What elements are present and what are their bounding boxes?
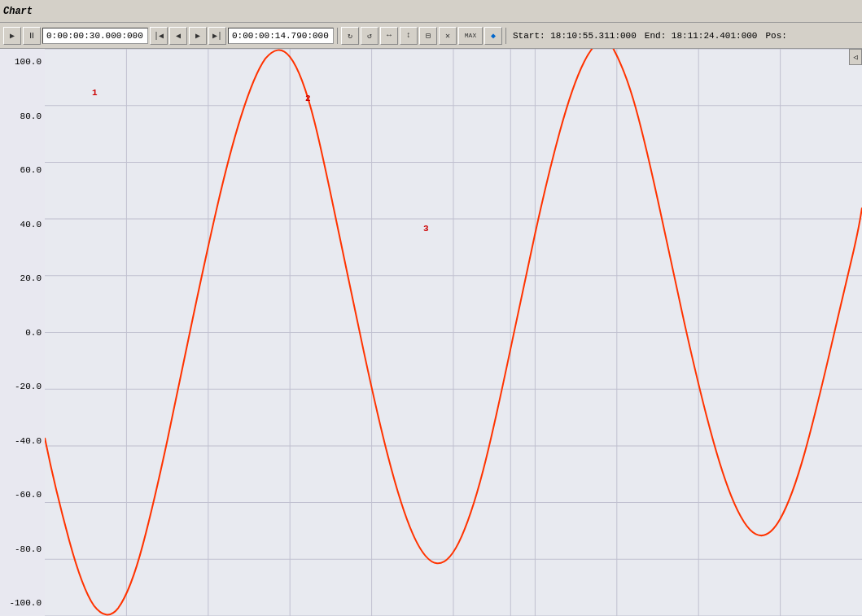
title-text: Chart <box>3 6 33 17</box>
chart-canvas-container[interactable]: 1 2 3 ◁ <box>45 49 862 616</box>
cursor-icon: ✕ <box>445 31 450 41</box>
nav-end-icon: ▶| <box>212 31 222 41</box>
y-label-n80: -80.0 <box>15 544 42 554</box>
y-label-60: 60.0 <box>20 165 42 175</box>
diamond-icon: ◆ <box>491 31 496 41</box>
nav-end-button[interactable]: ▶| <box>208 27 226 45</box>
pause-button[interactable]: ⏸ <box>23 27 41 45</box>
y-label-0: 0.0 <box>25 328 42 338</box>
y-label-n40: -40.0 <box>15 436 42 446</box>
pause-icon: ⏸ <box>28 31 36 41</box>
diamond-button[interactable]: ◆ <box>484 27 502 45</box>
y-label-80: 80.0 <box>20 111 42 121</box>
start-time-label: Start: 18:10:55.311:000 <box>510 31 640 41</box>
toolbar: ▶ ⏸ 0:00:00:30.000:000 |◀ ◀ ▶ ▶| 0:00:00… <box>0 23 862 49</box>
play-button[interactable]: ▶ <box>3 27 21 45</box>
annotation-2: 2 <box>305 94 311 103</box>
zoom-max-icon: MAX <box>465 32 476 39</box>
end-time-label: End: 18:11:24.401:000 <box>641 31 761 41</box>
y-label-n20: -20.0 <box>15 382 42 391</box>
separator-2 <box>505 28 506 44</box>
chart-svg <box>45 49 862 616</box>
pos-label: Pos: <box>762 31 790 41</box>
expand-h-button[interactable]: ↔ <box>380 27 398 45</box>
nav-prev-icon: ◀ <box>176 31 181 41</box>
collapse-icon: ◁ <box>853 53 857 62</box>
y-label-n100: -100.0 <box>9 598 42 608</box>
nav-play-icon: ▶ <box>195 31 200 41</box>
y-axis: 100.0 80.0 60.0 40.0 20.0 0.0 -20.0 -40.… <box>0 49 45 616</box>
annotation-3: 3 <box>423 224 429 234</box>
refresh-button[interactable]: ↻ <box>341 27 359 45</box>
chart-type-icon: ⊟ <box>426 31 431 41</box>
y-label-100: 100.0 <box>15 57 42 67</box>
refresh2-button[interactable]: ↺ <box>361 27 378 45</box>
collapse-button[interactable]: ◁ <box>849 49 862 65</box>
cursor-button[interactable]: ✕ <box>439 27 457 45</box>
current-time-display[interactable]: 0:00:00:14.790:000 <box>228 28 334 44</box>
refresh2-icon: ↺ <box>367 31 372 41</box>
refresh-icon: ↻ <box>348 31 352 41</box>
annotation-1: 1 <box>92 88 98 98</box>
chart-area: 100.0 80.0 60.0 40.0 20.0 0.0 -20.0 -40.… <box>0 49 862 616</box>
app-window: Chart ▶ ⏸ 0:00:00:30.000:000 |◀ ◀ ▶ ▶| 0… <box>0 0 862 616</box>
time-range-display[interactable]: 0:00:00:30.000:000 <box>42 28 148 44</box>
y-label-20: 20.0 <box>20 273 42 283</box>
expand-v-icon: ↕ <box>406 31 411 40</box>
play-icon: ▶ <box>10 31 15 41</box>
nav-begin-button[interactable]: |◀ <box>150 27 168 45</box>
expand-h-icon: ↔ <box>387 31 392 40</box>
y-label-n60: -60.0 <box>15 490 42 500</box>
separator-1 <box>337 28 338 44</box>
y-label-40: 40.0 <box>20 220 42 229</box>
zoom-max-button[interactable]: MAX <box>458 27 483 45</box>
chart-type-button[interactable]: ⊟ <box>419 27 437 45</box>
nav-prev-button[interactable]: ◀ <box>169 27 187 45</box>
expand-v-button[interactable]: ↕ <box>400 27 418 45</box>
nav-play-button[interactable]: ▶ <box>189 27 207 45</box>
title-bar: Chart <box>0 0 862 23</box>
nav-begin-icon: |◀ <box>154 31 164 41</box>
